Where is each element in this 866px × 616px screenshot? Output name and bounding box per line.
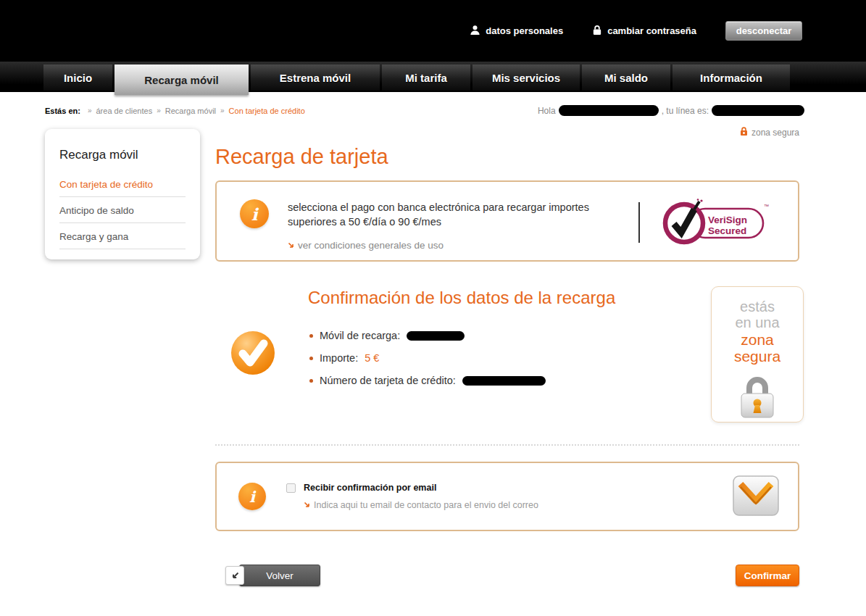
bullet-icon — [309, 379, 313, 383]
tab-mi-saldo[interactable]: Mi saldo — [582, 64, 670, 91]
tab-mis-servicios[interactable]: Mis servicios — [472, 64, 580, 91]
breadcrumb-separator: » — [220, 107, 225, 115]
greeting-line-label: , tu línea es: — [662, 106, 709, 116]
topbar-item-datos-personales[interactable]: datos personales — [470, 25, 563, 38]
breadcrumb-item-area-clientes[interactable]: área de clientes — [96, 107, 152, 115]
verisign-line1: VeriSign — [708, 215, 747, 225]
page-title: Recarga de tarjeta — [215, 145, 799, 169]
tab-mi-tarifa[interactable]: Mi tarifa — [382, 64, 470, 91]
tab-recarga-movil[interactable]: Recarga móvil — [115, 64, 249, 95]
tab-estrena-movil[interactable]: Estrena móvil — [251, 64, 380, 91]
envelope-icon — [733, 475, 779, 519]
svg-text:™: ™ — [764, 204, 769, 209]
secure-panel-line4: segura — [712, 348, 803, 365]
breadcrumb: Estás en: » área de clientes » Recarga m… — [45, 107, 305, 115]
user-icon — [470, 25, 480, 38]
secure-zone-label: zona segura — [751, 128, 799, 138]
breadcrumb-separator: » — [88, 107, 92, 115]
email-checkbox-row: Recibir confirmación por email — [286, 483, 538, 493]
breadcrumb-item-current: Con tarjeta de crédito — [229, 107, 305, 115]
secure-panel-line1: estás — [712, 299, 803, 315]
check-circle-icon — [230, 330, 276, 379]
sidebar-item-recarga-y-gana[interactable]: Recarga y gana — [59, 223, 186, 249]
redacted-phone-line — [712, 105, 804, 116]
redacted-card-number — [462, 376, 546, 386]
breadcrumb-row: Estás en: » área de clientes » Recarga m… — [0, 92, 866, 116]
padlock-icon — [712, 372, 803, 423]
email-checkbox-label: Recibir confirmación por email — [304, 483, 436, 493]
email-confirmation-box: i Recibir confirmación por email Indica … — [215, 462, 799, 531]
email-confirmation-checkbox[interactable] — [286, 483, 296, 493]
verisign-secured-logo: ™ VeriSign Secured — [660, 198, 770, 250]
topbar: datos personales cambiar contraseña desc… — [0, 0, 866, 62]
breadcrumb-separator: » — [157, 107, 161, 115]
sidebar-title: Recarga móvil — [59, 148, 186, 162]
back-arrow-icon — [225, 566, 244, 585]
orange-arrow-icon — [288, 240, 294, 251]
svg-text:Secured: Secured — [708, 225, 746, 236]
field-label: Móvil de recarga: — [320, 330, 400, 341]
topbar-item-cambiar-contrasena[interactable]: cambiar contraseña — [592, 25, 696, 38]
field-label: Número de tarjeta de crédito: — [320, 375, 456, 386]
breadcrumb-item-recarga-movil[interactable]: Recarga móvil — [165, 107, 216, 115]
topbar-item-label: datos personales — [486, 25, 563, 36]
sidebar-item-con-tarjeta[interactable]: Con tarjeta de crédito — [59, 171, 186, 197]
small-lock-icon — [740, 127, 748, 138]
info-icon: i — [238, 483, 266, 510]
redacted-user-name — [559, 105, 659, 116]
back-button-label: Volver — [239, 565, 320, 586]
secure-zone-panel: estás en una zona segura — [711, 286, 804, 423]
redacted-mobile-number — [407, 331, 465, 341]
lock-icon — [592, 25, 602, 38]
email-content: Recibir confirmación por email Indica aq… — [286, 483, 538, 510]
tab-inicio[interactable]: Inicio — [43, 64, 112, 91]
info-icon: i — [240, 199, 269, 228]
main-panel: zona segura Recarga de tarjeta i selecci… — [215, 126, 799, 586]
content: Recarga móvil Con tarjeta de crédito Ant… — [0, 126, 866, 586]
main-nav: Inicio Recarga móvil Estrena móvil Mi ta… — [0, 62, 866, 92]
confirmation-section: Confirmación de los datos de la recarga … — [215, 288, 799, 430]
field-label: Importe: — [320, 352, 358, 364]
confirm-button[interactable]: Confirmar — [736, 565, 799, 586]
svg-text:VeriSign: VeriSign — [708, 215, 747, 225]
info-box: i selecciona el pago con banca electróni… — [215, 180, 799, 262]
back-button[interactable]: Volver — [225, 565, 320, 586]
greeting: Hola , tu línea es: — [538, 105, 804, 116]
dotted-separator — [215, 444, 799, 446]
email-hint-label: Indica aqui tu email de contacto para el… — [314, 500, 538, 510]
email-hint-link[interactable]: Indica aqui tu email de contacto para el… — [304, 500, 538, 510]
orange-arrow-icon — [304, 500, 310, 510]
secure-panel-line2: en una — [712, 315, 803, 330]
topbar-item-label: cambiar contraseña — [607, 25, 696, 36]
bullet-icon — [309, 357, 313, 360]
vertical-divider — [638, 202, 640, 243]
sidebar-item-anticipo-saldo[interactable]: Anticipo de saldo — [59, 197, 186, 223]
sidebar: Recarga móvil Con tarjeta de crédito Ant… — [45, 129, 200, 259]
bullet-icon — [309, 334, 313, 338]
verisign-line2: Secured — [708, 225, 746, 236]
greeting-hello: Hola — [538, 106, 556, 116]
secure-panel-line3: zona — [712, 331, 803, 349]
breadcrumb-prefix: Estás en: — [45, 107, 80, 115]
actions-row: Volver Confirmar — [215, 565, 799, 586]
disconnect-button[interactable]: desconectar — [725, 21, 802, 41]
secure-zone-indicator: zona segura — [215, 126, 799, 139]
conditions-link-label: ver condiciones generales de uso — [298, 240, 444, 251]
info-text: selecciona el pago con banca electrónica… — [288, 201, 628, 229]
info-content: selecciona el pago con banca electrónica… — [288, 182, 628, 260]
conditions-link[interactable]: ver condiciones generales de uso — [288, 240, 628, 251]
tab-informacion[interactable]: Información — [673, 64, 790, 91]
field-value-importe: 5 € — [365, 352, 379, 364]
